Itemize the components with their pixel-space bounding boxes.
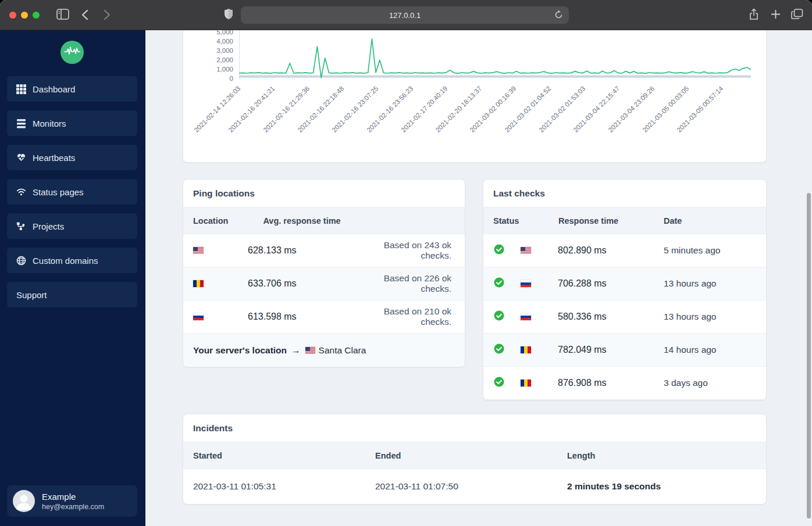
check-date: 14 hours ago [664, 345, 766, 355]
grid-icon [16, 84, 26, 94]
x-axis-tick: 2021-02-20 18:13:37 [416, 85, 483, 152]
incident-ended: 2021-03-11 01:07:50 [375, 481, 567, 492]
check-date: 5 minutes ago [664, 245, 766, 256]
user-name: Example [42, 491, 104, 502]
browser-window: 127.0.0.1 DashboardMonitorsHeartbeatsSta… [0, 0, 812, 526]
minimize-window-button[interactable] [21, 12, 28, 19]
x-axis-tick: 2021-03-02 00:16:39 [451, 85, 518, 152]
arrow-right-icon: → [291, 345, 301, 356]
new-tab-icon[interactable] [771, 9, 781, 19]
privacy-shield-icon[interactable] [224, 8, 233, 20]
last-checks-header: Status Response time Date [483, 207, 766, 234]
heartbeat-icon [16, 153, 26, 163]
check-circle-icon [494, 244, 504, 257]
zoom-window-button[interactable] [33, 12, 40, 19]
sidebar-item-projects[interactable]: Projects [7, 213, 137, 239]
monitors-icon [16, 119, 26, 128]
share-icon[interactable] [749, 8, 759, 21]
last-check-row: 580.336 ms13 hours ago [483, 300, 766, 334]
response-time-chart-card: 01,0002,0003,0004,0005,000 2021-02-14 12… [183, 30, 767, 163]
last-check-row: 706.288 ms13 hours ago [483, 267, 766, 300]
y-axis-tick: 2,000 [191, 56, 233, 63]
romania-flag-icon [193, 280, 204, 287]
sidebar-item-label: Monitors [33, 119, 66, 128]
last-check-row: 876.908 ms3 days ago [483, 367, 766, 400]
user-menu[interactable]: Example hey@example.com [7, 485, 137, 517]
x-axis-tick: 2021-02-17 20:40:19 [382, 85, 449, 152]
check-response-time: 802.890 ms [558, 245, 664, 256]
ping-locations-title: Ping locations [183, 180, 465, 207]
sidebar-item-support[interactable]: Support [7, 282, 137, 307]
y-axis-tick: 1,000 [191, 66, 233, 73]
last-check-row: 802.890 ms5 minutes ago [483, 234, 766, 267]
incidents-card: Incidents Started Ended Length 2021-03-1… [183, 414, 767, 504]
russia-flag-icon [193, 313, 204, 320]
checks-note: Based on 226 ok checks. [364, 273, 465, 294]
x-axis-tick: 2021-03-04 23:09:26 [589, 85, 656, 152]
sidebar-item-label: Status pages [33, 187, 84, 197]
column-ended: Ended [375, 451, 567, 460]
tab-overview-icon[interactable] [791, 9, 803, 20]
ping-location-row: 633.706 msBased on 226 ok checks. [183, 267, 465, 300]
avg-response-time: 628.133 ms [248, 245, 364, 256]
checks-note: Based on 210 ok checks. [364, 306, 465, 327]
forward-icon[interactable] [104, 9, 111, 20]
incidents-title: Incidents [183, 414, 766, 442]
sidebar-item-label: Heartbeats [33, 153, 75, 163]
check-date: 13 hours ago [664, 312, 766, 322]
last-checks-card: Last checks Status Response time Date 80… [483, 179, 767, 400]
ping-location-row: 613.598 msBased on 210 ok checks. [183, 300, 465, 334]
check-circle-icon [494, 377, 504, 389]
avatar [13, 490, 35, 512]
close-window-button[interactable] [9, 12, 16, 19]
server-location-label: Your server's location [193, 345, 287, 356]
reload-icon[interactable] [554, 10, 564, 22]
column-started: Started [183, 451, 375, 460]
pulse-icon [63, 42, 81, 62]
y-axis-tick: 4,000 [191, 38, 233, 45]
last-check-row: 782.049 ms14 hours ago [483, 334, 766, 367]
sidebar-toggle-icon[interactable] [56, 9, 69, 20]
sidebar-item-heartbeats[interactable]: Heartbeats [7, 145, 137, 170]
sidebar-item-monitors[interactable]: Monitors [7, 110, 137, 136]
globe-icon [16, 256, 26, 266]
ping-locations-card: Ping locations Location Avg. response ti… [183, 179, 465, 367]
address-bar[interactable]: 127.0.0.1 [241, 6, 569, 24]
check-response-time: 706.288 ms [558, 278, 664, 289]
ping-locations-header: Location Avg. response time [183, 207, 465, 234]
column-length: Length [567, 451, 595, 460]
server-city: Santa Clara [319, 345, 366, 356]
server-location-row: Your server's location → Santa Clara [183, 334, 465, 367]
check-date: 3 days ago [664, 378, 766, 388]
app-logo[interactable] [60, 41, 84, 64]
projects-icon [16, 221, 26, 231]
column-date: Date [664, 216, 682, 226]
incident-started: 2021-03-11 01:05:31 [183, 481, 375, 492]
romania-flag-icon [521, 380, 531, 387]
ping-location-row: 628.133 msBased on 243 ok checks. [183, 234, 465, 267]
russia-flag-icon [521, 280, 531, 287]
romania-flag-icon [521, 346, 531, 353]
incident-length: 2 minutes 19 seconds [567, 481, 766, 492]
x-axis-tick: 2021-02-16 23:56:23 [347, 85, 414, 152]
sidebar-item-status-pages[interactable]: Status pages [7, 179, 137, 205]
vertical-scrollbar[interactable] [807, 193, 811, 518]
x-axis-tick: 2021-02-14 12:26:03 [175, 85, 242, 152]
main-content: 01,0002,0003,0004,0005,000 2021-02-14 12… [145, 30, 812, 526]
check-response-time: 580.336 ms [558, 312, 664, 322]
sidebar-item-label: Projects [33, 221, 64, 231]
x-axis-tick: 2021-03-05 00:03:05 [624, 85, 690, 152]
us-flag-icon [193, 247, 204, 254]
sidebar-item-dashboard[interactable]: Dashboard [7, 76, 137, 102]
browser-toolbar: 127.0.0.1 [0, 0, 812, 30]
check-date: 13 hours ago [664, 278, 766, 289]
y-axis-tick: 0 [191, 75, 233, 82]
back-icon[interactable] [81, 9, 88, 20]
sidebar-item-label: Support [16, 290, 47, 300]
sidebar-item-label: Dashboard [33, 84, 75, 94]
x-axis-tick: 2021-03-02 01:04:52 [486, 85, 553, 152]
column-status: Status [483, 216, 558, 226]
sidebar-item-custom-domains[interactable]: Custom domains [7, 248, 137, 273]
incidents-header: Started Ended Length [183, 442, 766, 469]
column-avg-response-time: Avg. response time [228, 216, 340, 226]
